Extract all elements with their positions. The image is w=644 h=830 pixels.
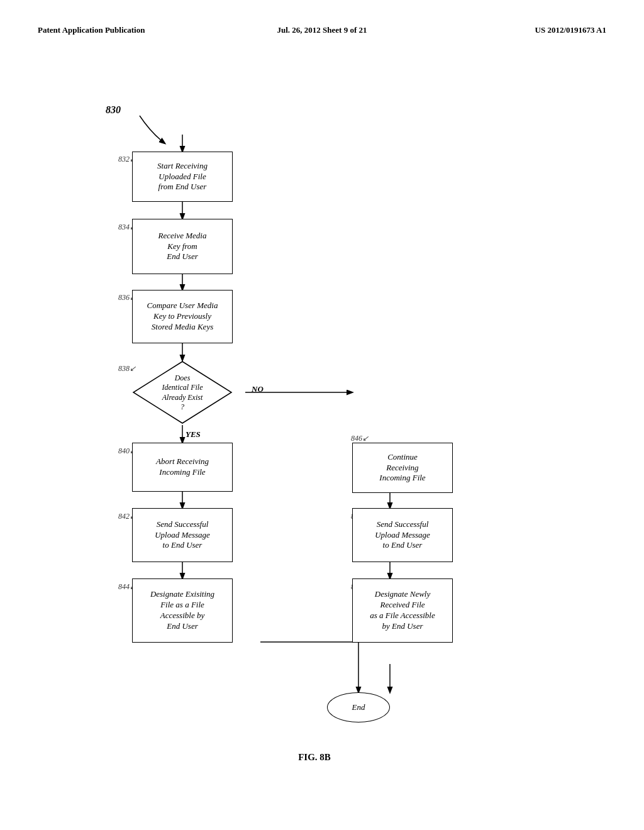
box-end: End [327, 692, 390, 722]
box-844-label: Designate Exisiting File as a File Acces… [150, 589, 214, 632]
box-838-label: DoesIdentical FileAlready Exist? [154, 373, 211, 412]
box-844: Designate Exisiting File as a File Acces… [132, 578, 233, 643]
no-label: NO [252, 384, 264, 394]
box-847-label: Send Successful Upload Message to End Us… [375, 519, 430, 551]
box-842-label: Send Successful Upload Message to End Us… [155, 519, 210, 551]
yes-label: YES [186, 429, 201, 440]
box-838: DoesIdentical FileAlready Exist? [132, 360, 233, 425]
box-836-label: Compare User Media Key to Previously Sto… [147, 301, 218, 333]
box-847: Send Successful Upload Message to End Us… [352, 508, 453, 562]
header-date-sheet: Jul. 26, 2012 Sheet 9 of 21 [227, 25, 416, 35]
box-846: Continue Receiving Incoming File [352, 443, 453, 493]
box-840-label: Abort Receiving Incoming File [156, 456, 209, 478]
step-label-846: 846↙ [351, 434, 369, 443]
box-836: Compare User Media Key to Previously Sto… [132, 290, 233, 343]
box-834: Receive Media Key from End User [132, 219, 233, 274]
box-840: Abort Receiving Incoming File [132, 443, 233, 492]
box-end-label: End [352, 702, 365, 713]
box-834-label: Receive Media Key from End User [158, 231, 207, 263]
box-848: Designate Newly Received File as a File … [352, 578, 453, 643]
header-patent-number: US 2012/0191673 A1 [417, 25, 606, 35]
box-832: Start Receiving Uploaded File from End U… [132, 152, 233, 202]
diagram-id-830: 830 [106, 104, 121, 116]
arrows-svg [0, 42, 644, 796]
page-header: Patent Application Publication Jul. 26, … [0, 0, 644, 42]
figure-label: FIG. 8B [252, 752, 377, 763]
box-846-label: Continue Receiving Incoming File [379, 452, 425, 484]
box-848-label: Designate Newly Received File as a File … [370, 589, 435, 632]
box-842: Send Successful Upload Message to End Us… [132, 508, 233, 562]
flowchart-diagram: 830 832↙ Start Receiving Uploaded File f… [0, 42, 644, 796]
box-832-label: Start Receiving Uploaded File from End U… [157, 161, 208, 193]
header-publication: Patent Application Publication [38, 25, 227, 35]
